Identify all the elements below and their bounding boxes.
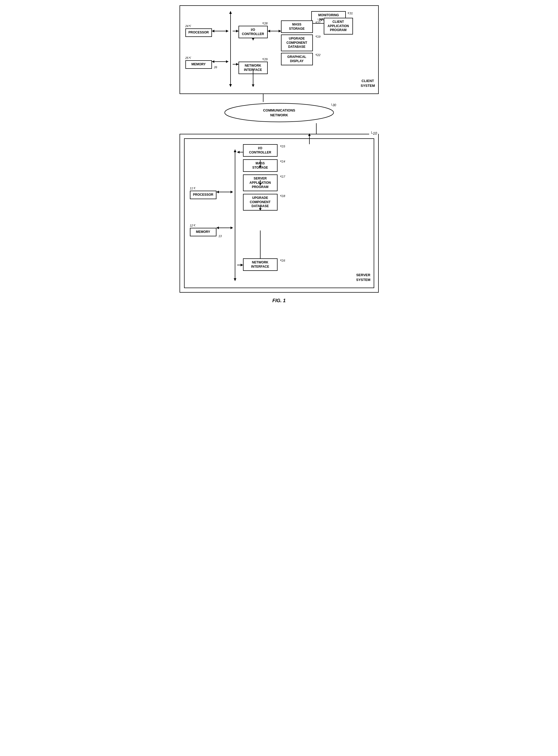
srv-memory-ref: 12↸ bbox=[190, 224, 217, 227]
ni-ref-label: ↸29 bbox=[238, 58, 268, 61]
ucdb-ref: ↸19 bbox=[315, 35, 321, 38]
mh-ref: ↸31 bbox=[347, 12, 353, 15]
server-io-box: I/O CONTROLLER bbox=[243, 144, 278, 157]
client-app-program-box: CLIENT APPLICATION PROGRAM bbox=[324, 18, 353, 34]
srv-ucdb-row: UPGRADE COMPONENT DATABASE ↸18 bbox=[243, 194, 285, 211]
svg-marker-25 bbox=[217, 191, 219, 193]
srv-ms-row: MASS STORAGE ↸14 bbox=[243, 159, 285, 172]
outer-server-box: └10 SERVER SYSTEM 11↸ PROCESSOR 12↸ MEMO… bbox=[180, 134, 379, 293]
server-processor-group: 11↸ PROCESSOR bbox=[190, 187, 217, 199]
svg-marker-8 bbox=[236, 30, 238, 32]
page: CLIENT SYSTEM 24↸ PROCESSOR 25↸ MEMORY 2… bbox=[180, 5, 379, 304]
srv-processor-ref: 11↸ bbox=[190, 187, 217, 190]
graphical-display-box: GRAPHICAL DISPLAY bbox=[281, 53, 313, 65]
processor-ref-label: 24↸ bbox=[185, 24, 212, 28]
client-system-box: CLIENT SYSTEM 24↸ PROCESSOR 25↸ MEMORY 2… bbox=[180, 5, 379, 94]
svg-text:COMMUNICATIONS: COMMUNICATIONS bbox=[263, 108, 295, 112]
server-ni-group: NETWORK INTERFACE ↸16 bbox=[243, 258, 285, 271]
network-interface-group: ↸29 NETWORK INTERFACE bbox=[238, 58, 268, 74]
diagram: CLIENT SYSTEM 24↸ PROCESSOR 25↸ MEMORY 2… bbox=[180, 5, 379, 304]
svg-marker-12 bbox=[229, 84, 232, 87]
gd-ref: ↸22 bbox=[315, 53, 321, 57]
srv-ni-ref: ↸16 bbox=[280, 259, 285, 262]
svg-marker-5 bbox=[212, 60, 214, 63]
memory-ref-label: 25↸ bbox=[185, 56, 212, 60]
svg-marker-42 bbox=[240, 264, 243, 266]
client-memory-box: MEMORY bbox=[185, 60, 212, 69]
outer-ref-10: └10 bbox=[369, 131, 378, 135]
svg-marker-33 bbox=[234, 278, 236, 281]
server-memory-box: MEMORY bbox=[190, 228, 217, 236]
svg-marker-6 bbox=[226, 60, 228, 63]
client-app-container: └23 CLIENT APPLICATION PROGRAM bbox=[317, 18, 353, 34]
network-to-server-connector bbox=[279, 123, 279, 134]
svg-marker-31 bbox=[237, 151, 239, 154]
network-ellipse-row: COMMUNICATIONS NETWORK └30 bbox=[180, 102, 379, 123]
server-memory-group: 12↸ MEMORY bbox=[190, 224, 217, 236]
srv-io-ref: ↸15 bbox=[280, 145, 285, 148]
server-app-box: SERVER APPLICATION PROGRAM bbox=[243, 175, 278, 191]
bus-ref-label: 26 bbox=[214, 66, 217, 69]
network-ref: └30 bbox=[330, 103, 336, 107]
svg-marker-11 bbox=[229, 11, 232, 14]
server-processor-box: PROCESSOR bbox=[190, 191, 217, 199]
client-inner: 24↸ PROCESSOR 25↸ MEMORY 26 ↸28 I/O CONT… bbox=[185, 11, 353, 88]
svg-marker-14 bbox=[279, 30, 281, 32]
srv-io-row: I/O CONTROLLER ↸15 bbox=[243, 144, 285, 157]
svg-marker-2 bbox=[212, 30, 214, 32]
client-io-box: I/O CONTROLLER bbox=[238, 26, 268, 38]
mass-storage-box: MASS STORAGE bbox=[281, 21, 313, 33]
network-to-server-line bbox=[316, 123, 316, 134]
srv-app-ref: ↸17 bbox=[280, 175, 285, 178]
io-controller-group: ↸28 I/O CONTROLLER bbox=[238, 22, 268, 38]
svg-marker-10 bbox=[236, 63, 238, 66]
svg-marker-19 bbox=[252, 38, 254, 41]
upgrade-db-client-box: UPGRADE COMPONENT DATABASE bbox=[281, 34, 313, 51]
client-processor-group: 24↸ PROCESSOR bbox=[185, 24, 212, 37]
server-center-stack: I/O CONTROLLER ↸15 MASS STORAGE ↸14 SERV… bbox=[243, 144, 285, 211]
server-ucdb-box: UPGRADE COMPONENT DATABASE bbox=[243, 194, 278, 211]
srv-app-row: SERVER APPLICATION PROGRAM ↸17 bbox=[243, 175, 285, 191]
server-ni-box: NETWORK INTERFACE bbox=[243, 258, 278, 271]
server-system-label: SERVER SYSTEM bbox=[356, 273, 370, 282]
svg-marker-26 bbox=[231, 191, 233, 193]
srv-ucdb-ref: ↸18 bbox=[280, 194, 285, 198]
srv-bus-ref: 13 bbox=[219, 234, 222, 238]
network-ellipse-svg: COMMUNICATIONS NETWORK bbox=[223, 102, 335, 123]
svg-marker-28 bbox=[217, 227, 219, 229]
svg-marker-15 bbox=[268, 30, 270, 32]
client-processor-box: PROCESSOR bbox=[185, 28, 212, 37]
client-system-label: CLIENT SYSTEM bbox=[361, 79, 375, 88]
figure-label: FIG. 1 bbox=[180, 298, 379, 304]
server-inner: 11↸ PROCESSOR 12↸ MEMORY 13 I/O CONTROLL… bbox=[190, 144, 346, 282]
client-memory-group: 25↸ MEMORY bbox=[185, 56, 212, 69]
network-section: COMMUNICATIONS NETWORK └30 bbox=[180, 94, 379, 134]
svg-marker-32 bbox=[234, 150, 236, 152]
server-mass-storage-box: MASS STORAGE bbox=[243, 159, 278, 172]
svg-point-20 bbox=[225, 103, 334, 122]
srv-ms-ref: ↸14 bbox=[280, 160, 285, 163]
svg-marker-3 bbox=[226, 30, 228, 32]
svg-marker-17 bbox=[252, 84, 254, 87]
right-stack: MASS STORAGE ↸27 UPGRADE COMPONENT DATAB… bbox=[281, 21, 321, 65]
svg-text:NETWORK: NETWORK bbox=[270, 113, 288, 117]
svg-marker-29 bbox=[231, 227, 233, 229]
svg-marker-44 bbox=[308, 134, 311, 136]
io-ref-label: ↸28 bbox=[238, 22, 268, 25]
cap-ref-bracket: └23 bbox=[317, 18, 322, 22]
client-ni-box: NETWORK INTERFACE bbox=[238, 61, 268, 74]
server-system-box: SERVER SYSTEM 11↸ PROCESSOR 12↸ MEMORY 1… bbox=[184, 138, 374, 288]
client-to-network-line bbox=[263, 94, 263, 102]
